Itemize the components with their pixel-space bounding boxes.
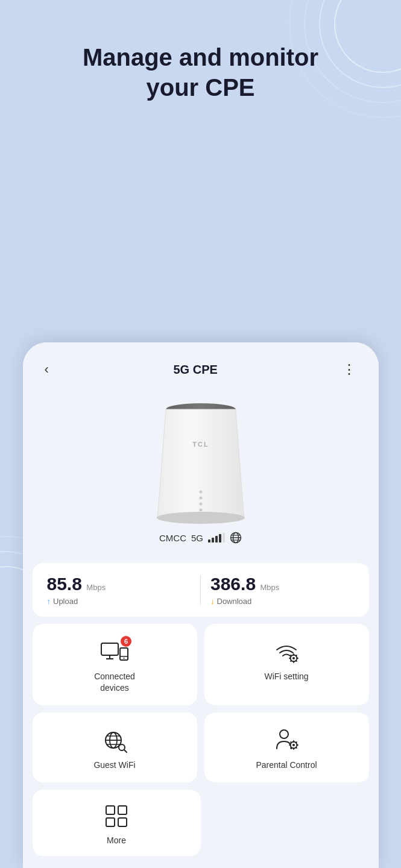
svg-point-24 <box>124 658 125 659</box>
svg-point-42 <box>280 730 288 738</box>
feature-grid: 6 Connecteddevices <box>33 624 369 782</box>
svg-line-31 <box>291 655 291 656</box>
svg-rect-54 <box>118 806 127 814</box>
speed-card: 85.8 Mbps ↑ Upload 386.8 Mbps ↓ Download <box>33 563 369 617</box>
svg-text:TCL: TCL <box>192 441 209 448</box>
page-heading: Manage and monitor your CPE <box>0 0 401 127</box>
download-label: Download <box>217 597 252 606</box>
svg-line-52 <box>291 747 291 747</box>
network-status: CMCC 5G <box>159 532 242 544</box>
connected-devices-icon-wrapper: 6 <box>100 638 129 665</box>
download-arrow-icon: ↓ <box>210 597 215 606</box>
more-icon-wrapper <box>102 803 131 829</box>
parental-control-label: Parental Control <box>256 760 317 770</box>
wifi-setting-label: WiFi setting <box>264 671 308 682</box>
upload-value: 85.8 <box>47 574 82 594</box>
phone-frame: ‹ 5G CPE ⋮ <box>23 342 379 868</box>
connected-devices-card[interactable]: 6 Connecteddevices <box>33 624 197 705</box>
screen-title: 5G CPE <box>173 363 217 377</box>
svg-rect-53 <box>106 806 115 814</box>
svg-rect-19 <box>101 643 118 655</box>
technology-label: 5G <box>191 533 203 543</box>
svg-point-11 <box>199 497 202 500</box>
svg-point-13 <box>199 509 202 512</box>
wifi-settings-icon <box>272 639 301 664</box>
wifi-setting-icon-wrapper <box>272 638 301 665</box>
carrier-label: CMCC <box>159 533 186 543</box>
download-unit: Mbps <box>260 583 280 592</box>
menu-button[interactable]: ⋮ <box>338 359 362 380</box>
parental-control-card[interactable]: Parental Control <box>204 712 369 782</box>
download-value: 386.8 <box>210 574 256 594</box>
svg-point-26 <box>292 657 295 659</box>
back-button[interactable]: ‹ <box>40 359 54 380</box>
parental-control-icon <box>272 727 301 753</box>
more-label: More <box>107 835 126 845</box>
more-section: More <box>33 790 369 856</box>
parental-control-icon-wrapper <box>272 727 301 753</box>
svg-point-8 <box>157 512 245 524</box>
globe-icon <box>230 532 242 544</box>
speed-divider <box>200 575 201 605</box>
guest-wifi-card[interactable]: Guest WiFi <box>33 712 197 782</box>
svg-rect-56 <box>118 818 127 826</box>
guest-wifi-label: Guest WiFi <box>93 760 135 770</box>
upload-arrow-icon: ↑ <box>47 597 51 606</box>
svg-point-10 <box>199 491 202 494</box>
svg-line-50 <box>296 747 297 747</box>
svg-point-44 <box>292 744 295 746</box>
download-speed: 386.8 Mbps ↓ Download <box>210 574 355 606</box>
globe-search-icon <box>100 727 129 753</box>
header-bar: ‹ 5G CPE ⋮ <box>23 342 379 389</box>
upload-speed: 85.8 Mbps ↑ Upload <box>47 574 191 606</box>
upload-label: Upload <box>53 597 78 606</box>
connected-devices-label: Connecteddevices <box>94 671 135 693</box>
page-title: Manage and monitor your CPE <box>0 42 401 102</box>
devices-badge: 6 <box>121 636 131 647</box>
device-area: TCL CMCC 5G <box>23 389 379 556</box>
guest-wifi-icon-wrapper <box>100 727 129 753</box>
more-card[interactable]: More <box>33 790 201 856</box>
svg-line-41 <box>124 750 127 752</box>
svg-line-49 <box>291 742 291 743</box>
svg-line-32 <box>296 661 297 661</box>
upload-unit: Mbps <box>86 583 106 592</box>
svg-line-34 <box>291 661 291 661</box>
signal-bars <box>208 533 225 542</box>
device-image: TCL <box>141 395 261 528</box>
svg-line-51 <box>296 742 297 743</box>
svg-line-33 <box>296 655 297 656</box>
svg-point-12 <box>199 503 202 506</box>
grid-icon <box>103 803 130 829</box>
wifi-setting-card[interactable]: WiFi setting <box>204 624 369 705</box>
svg-rect-55 <box>106 818 115 826</box>
